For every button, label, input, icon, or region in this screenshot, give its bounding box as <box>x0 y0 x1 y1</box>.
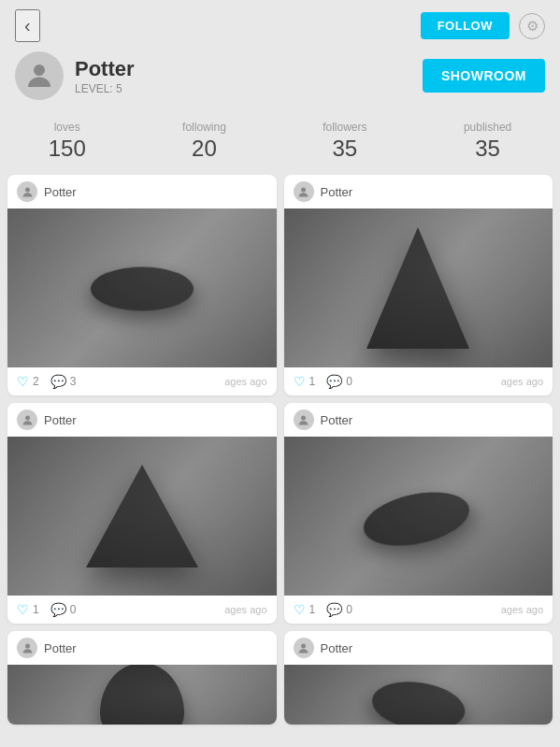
post-time: ages ago <box>501 604 543 615</box>
card-avatar <box>294 409 314 430</box>
follow-button[interactable]: FOLLOW <box>421 12 510 39</box>
card-image <box>284 208 553 367</box>
header: ‹ FOLLOW ⚙ <box>0 0 560 48</box>
showroom-button[interactable]: SHOWROOM <box>423 59 545 93</box>
comments-count: 0 <box>346 603 352 616</box>
loves-count: 2 <box>33 375 39 388</box>
comments-item: 💬 0 <box>326 602 352 617</box>
card-header: Potter <box>7 175 277 208</box>
card-username: Potter <box>44 185 77 199</box>
published-label: published <box>464 121 511 134</box>
card-footer: ♡ 1 💬 0 ages ago <box>284 367 553 395</box>
card-header: Potter <box>7 403 277 437</box>
card-footer: ♡ 1 💬 0 ages ago <box>7 596 277 624</box>
card-header: Potter <box>284 403 553 437</box>
svg-point-4 <box>301 415 306 420</box>
card-image <box>7 665 277 725</box>
post-time: ages ago <box>224 604 266 615</box>
heart-icon: ♡ <box>17 374 29 389</box>
loves-count: 1 <box>309 375 316 388</box>
card-image <box>7 437 277 596</box>
loves-value: 150 <box>49 136 86 162</box>
loves-item: ♡ 1 <box>17 602 39 617</box>
card-avatar <box>294 181 314 202</box>
profile-info: Potter LEVEL: 5 <box>75 57 135 95</box>
card-header: Potter <box>284 631 553 665</box>
comments-item: 💬 0 <box>50 602 77 617</box>
card-4[interactable]: Potter <box>7 631 277 725</box>
card-username: Potter <box>44 413 77 427</box>
comments-item: 💬 3 <box>50 374 77 389</box>
comment-icon: 💬 <box>326 602 342 617</box>
settings-icon[interactable]: ⚙ <box>519 13 545 39</box>
back-button[interactable]: ‹ <box>15 9 40 42</box>
comments-count: 0 <box>346 375 352 388</box>
svg-point-6 <box>301 643 306 648</box>
svg-point-3 <box>25 415 30 420</box>
card-username: Potter <box>321 413 353 427</box>
stats-section: loves 150 following 20 followers 35 publ… <box>0 111 560 175</box>
header-actions: FOLLOW ⚙ <box>421 12 545 39</box>
published-value: 35 <box>475 136 500 162</box>
comments-count: 3 <box>70 375 77 388</box>
card-3[interactable]: Potter ♡ 1 💬 0 ages ago <box>284 403 553 624</box>
card-5[interactable]: Potter <box>284 631 553 725</box>
profile-name: Potter <box>75 57 135 81</box>
loves-item: ♡ 1 <box>294 374 316 389</box>
card-avatar <box>17 181 37 202</box>
comments-count: 0 <box>70 603 77 616</box>
card-image <box>284 437 553 596</box>
comment-icon: 💬 <box>326 374 342 389</box>
followers-label: followers <box>323 121 366 134</box>
card-header: Potter <box>7 631 277 665</box>
svg-point-1 <box>25 187 30 192</box>
card-image <box>284 665 553 725</box>
loves-label: loves <box>54 121 80 134</box>
card-footer: ♡ 2 💬 3 ages ago <box>7 367 277 395</box>
svg-point-5 <box>25 643 30 648</box>
loves-item: ♡ 2 <box>17 374 39 389</box>
card-2[interactable]: Potter ♡ 1 💬 0 ages ago <box>7 403 277 624</box>
card-0[interactable]: Potter ♡ 2 💬 3 ages ago <box>7 175 277 395</box>
comment-icon: 💬 <box>50 374 66 389</box>
heart-icon: ♡ <box>294 602 306 617</box>
post-time: ages ago <box>224 376 266 387</box>
heart-icon: ♡ <box>17 602 29 617</box>
card-username: Potter <box>44 641 77 655</box>
followers-value: 35 <box>333 136 358 162</box>
card-footer: ♡ 1 💬 0 ages ago <box>284 596 553 624</box>
loves-count: 1 <box>309 603 316 616</box>
comment-icon: 💬 <box>50 602 66 617</box>
card-avatar <box>17 638 37 658</box>
card-image <box>7 208 277 367</box>
profile-level: LEVEL: 5 <box>75 82 135 95</box>
profile-section: Potter LEVEL: 5 SHOWROOM <box>0 48 560 111</box>
loves-count: 1 <box>33 603 39 616</box>
svg-point-2 <box>301 187 306 192</box>
following-value: 20 <box>192 136 217 162</box>
profile-left: Potter LEVEL: 5 <box>15 51 135 100</box>
stat-followers: followers 35 <box>323 121 366 162</box>
content-grid: Potter ♡ 2 💬 3 ages ago Potter <box>0 175 560 732</box>
following-label: following <box>182 121 226 134</box>
svg-point-0 <box>34 65 45 76</box>
card-avatar <box>17 409 37 430</box>
card-username: Potter <box>321 641 353 655</box>
card-header: Potter <box>284 175 553 208</box>
card-username: Potter <box>321 185 353 199</box>
comments-item: 💬 0 <box>326 374 352 389</box>
stat-loves: loves 150 <box>49 121 86 162</box>
loves-item: ♡ 1 <box>294 602 316 617</box>
stat-published: published 35 <box>464 121 511 162</box>
heart-icon: ♡ <box>294 374 306 389</box>
avatar <box>15 51 64 100</box>
card-avatar <box>294 638 314 658</box>
post-time: ages ago <box>501 376 543 387</box>
card-1[interactable]: Potter ♡ 1 💬 0 ages ago <box>284 175 553 395</box>
stat-following: following 20 <box>182 121 226 162</box>
